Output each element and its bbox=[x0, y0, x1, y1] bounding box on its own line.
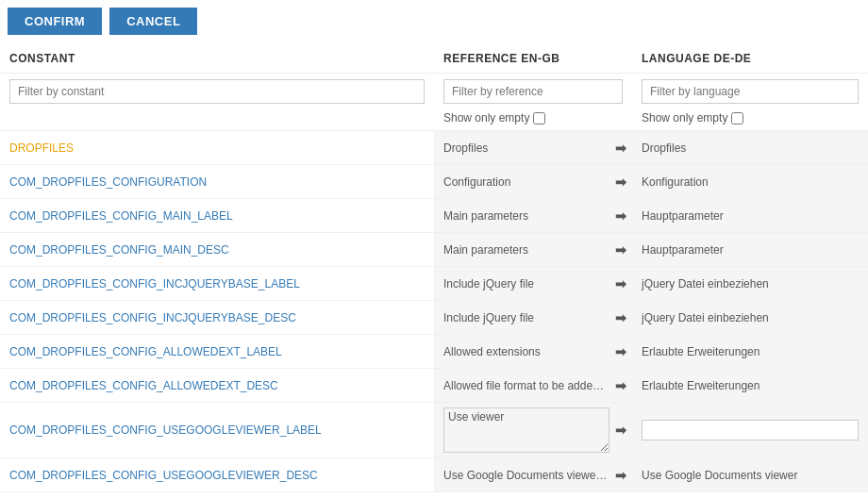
table-row: COM_DROPFILES_CONFIG_MAIN_LABEL bbox=[0, 199, 434, 233]
reference-text: Dropfiles bbox=[443, 141, 609, 155]
confirm-button[interactable]: CONFIRM bbox=[8, 8, 102, 35]
column-header-constant: CONSTANT bbox=[0, 42, 434, 74]
reference-cell: Include jQuery file➡ bbox=[434, 267, 632, 301]
reference-text: Include jQuery file bbox=[443, 311, 609, 324]
language-value: jQuery Datei einbeziehen bbox=[642, 311, 769, 324]
language-cell: jQuery Datei einbeziehen bbox=[632, 301, 868, 335]
reference-text: Configuration bbox=[443, 175, 609, 189]
constant-value: COM_DROPFILES_CONFIG_INCJQUERYBASE_LABEL bbox=[9, 277, 300, 290]
constant-filter-input[interactable] bbox=[9, 79, 425, 104]
copy-to-language-button[interactable]: ➡ bbox=[613, 242, 628, 257]
copy-to-language-button[interactable]: ➡ bbox=[613, 208, 628, 224]
table-row: DROPFILES bbox=[0, 131, 434, 165]
reference-text: Main parameters bbox=[443, 243, 609, 257]
reference-cell: Use viewer➡ bbox=[434, 403, 632, 458]
constant-value: COM_DROPFILES_CONFIG_MAIN_LABEL bbox=[9, 209, 233, 223]
language-cell: jQuery Datei einbeziehen bbox=[632, 267, 868, 301]
table-row: COM_DROPFILES_CONFIG_INCJQUERYBASE_DESC bbox=[0, 301, 434, 335]
reference-text: Include jQuery file bbox=[443, 277, 609, 290]
reference-text: Allowed file format to be added as c bbox=[443, 379, 609, 392]
reference-text: Use Google Documents viewer for f bbox=[443, 469, 609, 482]
reference-cell: Main parameters➡ bbox=[434, 233, 632, 267]
constant-value: COM_DROPFILES_CONFIG_USEGOOGLEVIEWER_DES… bbox=[9, 469, 318, 482]
table-row: COM_DROPFILES_CONFIG_ALLOWEDEXT_DESC bbox=[0, 369, 434, 403]
copy-to-language-button[interactable]: ➡ bbox=[613, 174, 628, 190]
reference-cell: Allowed file format to be added as c➡ bbox=[434, 369, 632, 403]
reference-textarea[interactable]: Use viewer bbox=[443, 407, 609, 453]
language-value: jQuery Datei einbeziehen bbox=[642, 277, 769, 290]
reference-cell: Dropfiles➡ bbox=[434, 131, 632, 165]
language-show-empty-checkbox[interactable] bbox=[731, 112, 743, 124]
reference-cell: Use Google Documents viewer for f➡ bbox=[434, 458, 632, 492]
constant-value: COM_DROPFILES_CONFIG_ALLOWEDEXT_LABEL bbox=[9, 345, 282, 358]
language-cell: Erlaubte Erweiterungen bbox=[632, 335, 868, 369]
language-filter-cell bbox=[632, 74, 868, 109]
cancel-button[interactable]: CANCEL bbox=[109, 8, 197, 35]
language-value: Hauptparameter bbox=[642, 243, 724, 257]
copy-to-language-button[interactable]: ➡ bbox=[613, 344, 628, 359]
language-value: Erlaubte Erweiterungen bbox=[642, 379, 760, 392]
reference-show-empty-cell: Show only empty bbox=[434, 109, 632, 131]
column-header-language: LANGUAGE DE-DE bbox=[632, 42, 868, 74]
copy-to-language-button[interactable]: ➡ bbox=[613, 423, 628, 438]
toolbar: CONFIRM CANCEL bbox=[0, 0, 868, 42]
copy-to-language-button[interactable]: ➡ bbox=[613, 141, 628, 156]
reference-filter-input[interactable] bbox=[443, 79, 623, 104]
language-cell: Erlaubte Erweiterungen bbox=[632, 369, 868, 403]
language-input[interactable] bbox=[642, 420, 859, 440]
language-cell: Use Google Documents viewer bbox=[632, 458, 868, 492]
language-value: Use Google Documents viewer bbox=[642, 469, 797, 482]
language-filter-input[interactable] bbox=[642, 79, 859, 104]
reference-cell: Allowed extensions➡ bbox=[434, 335, 632, 369]
column-header-reference: REFERENCE EN-GB bbox=[434, 42, 632, 74]
reference-text: Allowed extensions bbox=[443, 345, 609, 358]
constant-value: COM_DROPFILES_CONFIG_ALLOWEDEXT_DESC bbox=[9, 379, 278, 392]
language-cell: Hauptparameter bbox=[632, 233, 868, 267]
table-row: COM_DROPFILES_CONFIGURATION bbox=[0, 165, 434, 199]
copy-to-language-button[interactable]: ➡ bbox=[613, 378, 628, 393]
language-show-empty-cell: Show only empty bbox=[632, 109, 868, 131]
reference-filter-cell bbox=[434, 74, 632, 109]
show-only-empty-reference-label: Show only empty bbox=[443, 111, 529, 124]
language-cell: Dropfiles bbox=[632, 131, 868, 165]
constant-value: COM_DROPFILES_CONFIG_MAIN_DESC bbox=[9, 243, 229, 257]
language-value: Dropfiles bbox=[642, 141, 686, 155]
copy-to-language-button[interactable]: ➡ bbox=[613, 276, 628, 291]
table-row: COM_DROPFILES_CONFIG_MAIN_DESC bbox=[0, 233, 434, 267]
copy-to-language-button[interactable]: ➡ bbox=[613, 468, 628, 483]
reference-show-empty-checkbox[interactable] bbox=[533, 112, 545, 124]
translation-table: CONSTANT REFERENCE EN-GB LANGUAGE DE-DE … bbox=[0, 42, 868, 492]
language-cell: Hauptparameter bbox=[632, 199, 868, 233]
copy-to-language-button[interactable]: ➡ bbox=[613, 310, 628, 325]
table-row: COM_DROPFILES_CONFIG_USEGOOGLEVIEWER_DES… bbox=[0, 458, 434, 492]
language-value: Erlaubte Erweiterungen bbox=[642, 345, 760, 358]
constant-filter-cell bbox=[0, 74, 434, 109]
table-row: COM_DROPFILES_CONFIG_INCJQUERYBASE_LABEL bbox=[0, 267, 434, 301]
reference-cell: Include jQuery file➡ bbox=[434, 301, 632, 335]
language-value: Hauptparameter bbox=[642, 209, 724, 223]
table-row: COM_DROPFILES_CONFIG_USEGOOGLEVIEWER_LAB… bbox=[0, 403, 434, 458]
reference-cell: Main parameters➡ bbox=[434, 199, 632, 233]
show-only-empty-language-label: Show only empty bbox=[642, 111, 727, 124]
reference-cell: Configuration➡ bbox=[434, 165, 632, 199]
language-cell bbox=[632, 403, 868, 458]
constant-value: COM_DROPFILES_CONFIG_INCJQUERYBASE_DESC bbox=[9, 311, 296, 324]
constant-value: COM_DROPFILES_CONFIGURATION bbox=[9, 175, 207, 189]
table-row: COM_DROPFILES_CONFIG_ALLOWEDEXT_LABEL bbox=[0, 335, 434, 369]
data-rows: DROPFILESDropfiles➡DropfilesCOM_DROPFILE… bbox=[0, 131, 868, 492]
language-value: Konfiguration bbox=[642, 175, 709, 189]
reference-text: Main parameters bbox=[443, 209, 609, 223]
language-cell: Konfiguration bbox=[632, 165, 868, 199]
constant-value: DROPFILES bbox=[9, 141, 74, 155]
constant-checkbox-cell bbox=[0, 109, 434, 131]
constant-value: COM_DROPFILES_CONFIG_USEGOOGLEVIEWER_LAB… bbox=[9, 423, 322, 437]
